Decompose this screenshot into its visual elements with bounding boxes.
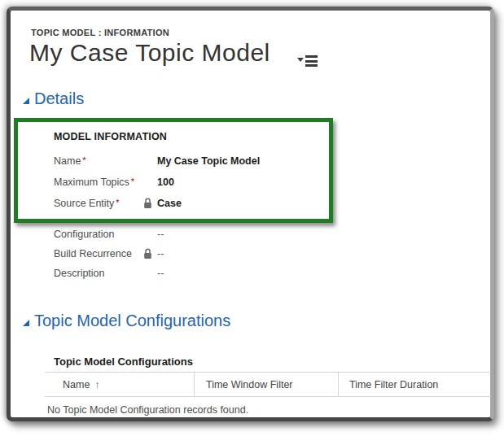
- maximum-topics-field-value[interactable]: 100: [157, 177, 174, 188]
- build-recurrence-field-label: Build Recurrence: [54, 248, 143, 259]
- model-information-heading: MODEL INFORMATION: [54, 131, 329, 142]
- sort-ascending-icon: ↑: [94, 378, 100, 390]
- configuration-field-label: Configuration: [54, 229, 143, 240]
- breadcrumb: TOPIC MODEL : INFORMATION: [31, 28, 169, 37]
- field-row-name: Name* My Case Topic Model: [54, 150, 329, 172]
- configurations-grid: Name ↑ Time Window Filter Time Filter Du…: [45, 372, 491, 416]
- field-row-maximum-topics: Maximum Topics* 100: [54, 172, 329, 193]
- configurations-section-header[interactable]: Topic Model Configurations: [23, 312, 230, 330]
- description-field-label: Description: [54, 268, 143, 279]
- lock-icon: [143, 198, 157, 209]
- page-title: My Case Topic Model: [29, 39, 270, 67]
- grid-column-name[interactable]: Name ↑: [45, 373, 194, 396]
- model-information-highlight-box: MODEL INFORMATION Name* My Case Topic Mo…: [14, 118, 333, 223]
- hamburger-icon: [305, 55, 318, 69]
- source-entity-field-label: Source Entity*: [54, 198, 143, 209]
- field-row-build-recurrence: Build Recurrence --: [14, 244, 164, 264]
- configurations-section-label: Topic Model Configurations: [34, 312, 230, 330]
- grid-column-time-window-filter[interactable]: Time Window Filter: [194, 373, 338, 396]
- lock-icon: [143, 248, 157, 259]
- description-field-value[interactable]: --: [157, 268, 164, 279]
- name-field-label: Name*: [54, 155, 143, 167]
- required-asterisk: *: [131, 177, 134, 186]
- form-selector-icon[interactable]: [297, 55, 318, 68]
- required-asterisk: *: [116, 198, 119, 207]
- caret-down-icon: [297, 58, 304, 62]
- configuration-field-value[interactable]: --: [157, 229, 164, 240]
- source-entity-field-value[interactable]: Case: [157, 198, 182, 209]
- name-field-value[interactable]: My Case Topic Model: [157, 155, 260, 167]
- details-section-label: Details: [34, 89, 84, 108]
- subgrid-title: Topic Model Configurations: [54, 355, 193, 368]
- section-collapse-icon: [23, 98, 29, 104]
- field-row-configuration: Configuration --: [14, 225, 164, 244]
- required-asterisk: *: [82, 155, 85, 165]
- build-recurrence-field-value[interactable]: --: [157, 248, 164, 259]
- details-section-header[interactable]: Details: [23, 89, 84, 108]
- section-collapse-icon: [23, 320, 29, 326]
- maximum-topics-field-label: Maximum Topics*: [54, 177, 143, 188]
- grid-header-row: Name ↑ Time Window Filter Time Filter Du…: [45, 372, 491, 397]
- other-fields: Configuration -- Build Recurrence -- Des…: [14, 225, 164, 283]
- field-row-description: Description --: [14, 264, 164, 283]
- grid-empty-message: No Topic Model Configuration records fou…: [45, 397, 491, 416]
- grid-column-time-filter-duration[interactable]: Time Filter Duration: [338, 373, 491, 396]
- field-row-source-entity: Source Entity* Case: [54, 193, 329, 214]
- screenshot-frame: TOPIC MODEL : INFORMATION My Case Topic …: [7, 7, 494, 421]
